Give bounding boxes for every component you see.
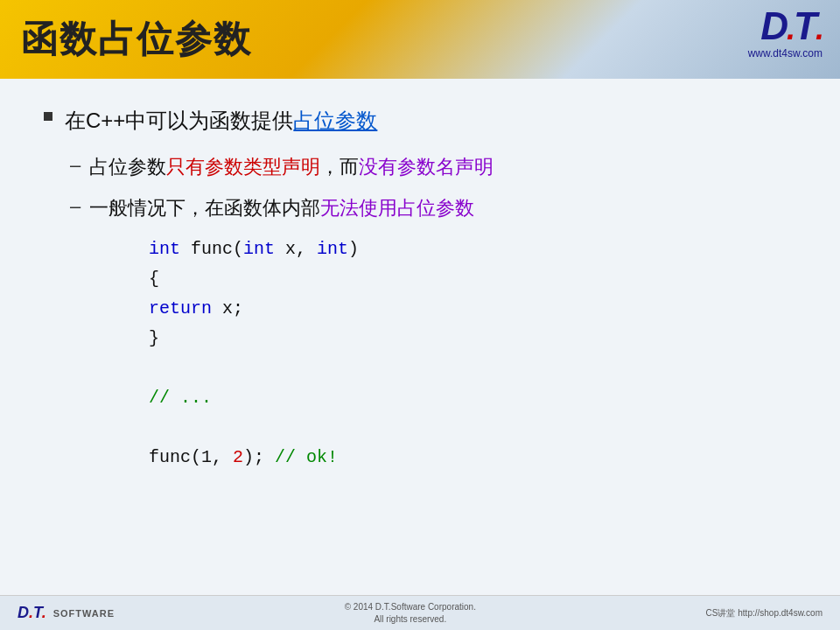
bullet-square-icon [44, 112, 52, 121]
footer-logo-t: T [33, 604, 42, 621]
code-kw-int2: int [243, 239, 275, 259]
bullet1-prefix: 在C++中可以为函数提供 [65, 108, 293, 132]
code-func-name: func( [180, 239, 243, 259]
sub2-prefix: 一般情况下，在函数体内部 [89, 197, 320, 219]
code-return-val: x; [212, 298, 243, 318]
sub2-purple: 无法使用占位参数 [320, 197, 474, 219]
code-line-4: } [149, 324, 796, 354]
bullet-item-1: 在C++中可以为函数提供占位参数 [44, 105, 796, 136]
code-call-num: 2 [233, 447, 243, 467]
sub1-prefix: 占位参数 [89, 156, 166, 178]
footer-page-info: CS讲堂 http://shop.dt4sw.com [706, 607, 822, 620]
code-param-x: x, [275, 239, 317, 259]
logo-dot1: . [787, 10, 794, 46]
dash-icon-1: – [70, 154, 80, 177]
header: 函数占位参数 D.T. www.dt4sw.com [0, 0, 840, 79]
logo-area: D.T. www.dt4sw.com [748, 7, 822, 60]
code-line-2: { [149, 264, 796, 294]
code-return-kw: return [149, 298, 212, 318]
footer-logo-dt: D.T. [18, 604, 46, 622]
code-kw-int1: int [149, 239, 180, 259]
logo-t: T [794, 4, 816, 47]
dash-icon-2: – [70, 195, 80, 218]
code-call-end: ); [243, 447, 275, 467]
code-kw-int3: int [317, 239, 348, 259]
sub-text-2: 一般情况下，在函数体内部无法使用占位参数 [89, 193, 474, 222]
logo-dot2: . [816, 10, 822, 46]
sub1-middle: ，而 [320, 156, 359, 178]
bullet1-highlight: 占位参数 [293, 108, 377, 132]
logo-dt: D.T. [760, 7, 822, 46]
code-line-6: // ... [149, 383, 796, 413]
code-brace-close: } [149, 328, 159, 348]
code-comment-dots: // ... [149, 388, 212, 408]
footer: D.T. Software © 2014 D.T.Software Corpor… [0, 595, 840, 630]
sub-bullet-1: – 占位参数只有参数类型声明，而没有参数名声明 [70, 152, 796, 181]
footer-software-label: Software [53, 608, 115, 619]
footer-copyright-line1: © 2014 D.T.Software Corporation. [345, 601, 476, 613]
code-line-8: func(1, 2); // ok! [149, 443, 796, 472]
code-call-func: func(1, [149, 447, 233, 467]
footer-logo-dot2: . [42, 604, 46, 621]
logo-d: D [760, 4, 787, 47]
code-brace-open: { [149, 269, 159, 289]
code-line-7 [149, 413, 796, 443]
code-line-5 [149, 354, 796, 383]
sub-bullet-2: – 一般情况下，在函数体内部无法使用占位参数 [70, 193, 796, 222]
code-ok-comment: // ok! [275, 447, 338, 467]
footer-left: D.T. Software [18, 604, 115, 622]
sub-text-1: 占位参数只有参数类型声明，而没有参数名声明 [89, 152, 494, 181]
footer-logo-d: D [18, 604, 29, 621]
main-content: 在C++中可以为函数提供占位参数 – 占位参数只有参数类型声明，而没有参数名声明… [0, 79, 840, 595]
sub1-purple: 没有参数名声明 [359, 156, 494, 178]
code-line-1: int func(int x, int) [149, 234, 796, 264]
code-block: int func(int x, int) { return x; } // ..… [149, 234, 796, 472]
code-paren-end: ) [348, 239, 359, 259]
sub1-red: 只有参数类型声明 [166, 156, 320, 178]
page-title: 函数占位参数 [21, 15, 252, 64]
logo-url: www.dt4sw.com [748, 47, 822, 60]
footer-copyright-line2: All rights reserved. [345, 613, 476, 626]
footer-center: © 2014 D.T.Software Corporation. All rig… [345, 601, 476, 626]
code-line-3: return x; [149, 294, 796, 324]
bullet-text-1: 在C++中可以为函数提供占位参数 [65, 105, 377, 136]
footer-right: CS讲堂 http://shop.dt4sw.com [706, 607, 822, 620]
